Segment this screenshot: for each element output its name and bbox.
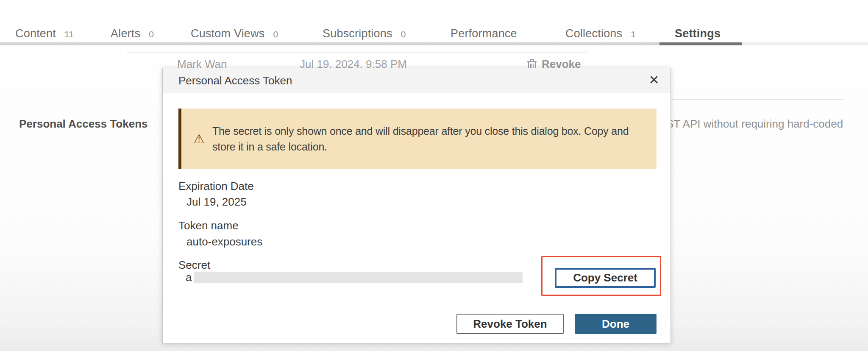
tabstrip-track <box>0 42 659 45</box>
tab-subscriptions-label: Subscriptions <box>323 27 392 40</box>
section-divider <box>671 99 844 100</box>
copy-secret-button-label: Copy Secret <box>573 271 637 284</box>
done-button[interactable]: Done <box>575 314 657 334</box>
tab-alerts-count: 0 <box>149 29 154 39</box>
dialog-title: Personal Access Token <box>178 68 292 93</box>
close-icon[interactable]: ✕ <box>644 68 664 93</box>
copy-secret-button[interactable]: Copy Secret <box>555 268 656 288</box>
expiration-date-label: Expiration Date <box>178 180 254 193</box>
section-description-fragment: ST API without requiring hard-coded <box>666 117 843 131</box>
tab-settings[interactable]: Settings <box>675 27 721 40</box>
secret-label: Secret <box>178 259 210 272</box>
secret-value-row: a <box>186 271 523 284</box>
tab-alerts-label: Alerts <box>111 27 140 40</box>
background-row-divider <box>127 52 587 53</box>
warning-triangle-icon: ⚠ <box>193 133 205 145</box>
tab-performance[interactable]: Performance <box>451 27 517 40</box>
warning-message: The secret is only shown once and will d… <box>212 123 640 155</box>
tab-content-label: Content <box>15 27 56 40</box>
personal-access-token-dialog: Personal Access Token ✕ ⚠ The secret is … <box>162 68 671 343</box>
secret-warning-banner: ⚠ The secret is only shown once and will… <box>178 109 657 169</box>
tab-collections[interactable]: Collections 1 <box>565 27 636 40</box>
settings-page: Content 11 Alerts 0 Custom Views 0 Subsc… <box>0 0 868 351</box>
token-name-label: Token name <box>178 219 239 232</box>
token-name-value: auto-exposures <box>186 235 262 248</box>
tab-subscriptions-count: 0 <box>401 29 406 39</box>
tab-content-count: 11 <box>64 29 74 39</box>
done-button-label: Done <box>602 318 629 331</box>
tab-collections-count: 1 <box>631 29 636 39</box>
revoke-token-button[interactable]: Revoke Token <box>456 314 564 334</box>
tab-alerts[interactable]: Alerts 0 <box>111 27 154 40</box>
dialog-header: Personal Access Token ✕ <box>163 68 670 93</box>
tab-custom-views-label: Custom Views <box>191 27 264 40</box>
tab-settings-label: Settings <box>675 27 721 40</box>
expiration-date-value: Jul 19, 2025 <box>186 195 247 209</box>
revoke-token-button-label: Revoke Token <box>473 318 547 331</box>
secret-visible-char: a <box>186 271 192 284</box>
active-tab-underline <box>659 42 742 45</box>
tab-custom-views-count: 0 <box>273 29 278 39</box>
secret-redacted-bar <box>194 272 523 283</box>
tab-content[interactable]: Content 11 <box>15 27 74 40</box>
tab-custom-views[interactable]: Custom Views 0 <box>191 27 278 40</box>
tab-collections-label: Collections <box>565 27 622 40</box>
section-label-personal-access-tokens: Personal Access Tokens <box>19 117 147 131</box>
tabstrip-track-right <box>742 42 868 45</box>
tab-subscriptions[interactable]: Subscriptions 0 <box>323 27 406 40</box>
tab-performance-label: Performance <box>451 27 517 40</box>
